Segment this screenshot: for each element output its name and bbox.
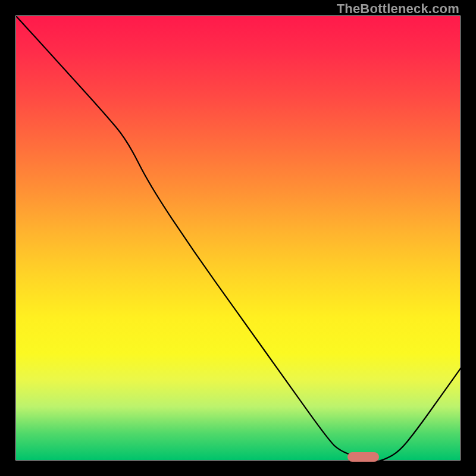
curve-svg — [16, 16, 461, 461]
chart-area — [15, 15, 461, 461]
bottleneck-curve — [16, 16, 461, 461]
optimal-marker — [347, 452, 378, 462]
watermark-text: TheBottleneck.com — [337, 1, 459, 17]
